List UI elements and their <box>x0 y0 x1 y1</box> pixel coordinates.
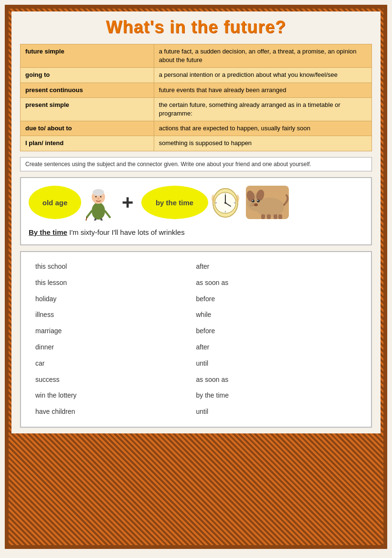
subject-item: marriage <box>35 323 196 339</box>
grammar-definition: something is supposed to happen <box>154 136 371 151</box>
dog-icon <box>246 186 289 219</box>
dog-figure <box>246 186 289 219</box>
svg-line-7 <box>105 211 110 217</box>
image-group-2: by the time <box>141 185 241 221</box>
connector-item: until <box>196 356 357 372</box>
outer-border: What's in the future? future simple a fu… <box>5 5 387 549</box>
svg-point-26 <box>252 200 253 201</box>
subject-item: have children <box>35 404 196 420</box>
image-group-1: old age <box>29 185 114 221</box>
grammar-term: I plan/ intend <box>21 136 154 151</box>
subject-item: car <box>35 356 196 372</box>
old-man-icon <box>83 185 114 221</box>
subject-item: this lesson <box>35 275 196 291</box>
oval-label-2: by the time <box>141 186 208 219</box>
grammar-row: future simple a future fact, a sudden de… <box>21 44 372 68</box>
svg-rect-33 <box>274 214 277 219</box>
svg-line-8 <box>93 219 95 221</box>
subject-item: holiday <box>35 291 196 307</box>
grammar-row: present simple the certain future, somet… <box>21 97 372 121</box>
connector-item: as soon as <box>196 372 357 388</box>
grammar-term: present continuous <box>21 83 154 97</box>
connector-item: after <box>196 259 357 275</box>
svg-line-9 <box>101 219 104 221</box>
grammar-definition: a future fact, a sudden decision, an off… <box>154 44 371 68</box>
grammar-definition: a personal intention or a prediction abo… <box>154 68 371 83</box>
example-sentence: By the time I'm sixty-four I'll have lot… <box>29 227 363 238</box>
connector-item: before <box>196 291 357 307</box>
subject-item: win the lottery <box>35 388 196 404</box>
svg-rect-32 <box>267 214 271 219</box>
svg-point-24 <box>252 200 254 202</box>
grammar-row: going to a personal intention or a predi… <box>21 68 372 83</box>
plus-sign: + <box>119 191 137 214</box>
connector-item: by the time <box>196 388 357 404</box>
svg-rect-31 <box>261 214 265 219</box>
svg-point-5 <box>97 198 99 199</box>
oval-label-1: old age <box>29 186 81 219</box>
svg-point-25 <box>257 200 260 202</box>
grammar-row: present continuous future events that ha… <box>21 83 372 97</box>
subject-item: illness <box>35 307 196 323</box>
svg-rect-34 <box>278 214 282 219</box>
svg-point-3 <box>95 196 97 197</box>
connector-item: while <box>196 307 357 323</box>
connector-item: before <box>196 323 357 339</box>
exercise-box: old age <box>20 177 372 246</box>
subject-item: success <box>35 372 196 388</box>
connectors-col: afteras soon asbeforewhilebeforeafterunt… <box>196 259 357 420</box>
subject-item: this school <box>35 259 196 275</box>
subject-item: dinner <box>35 339 196 356</box>
grammar-definition: future events that have already been arr… <box>154 83 371 97</box>
svg-point-4 <box>100 196 102 197</box>
connector-item: as soon as <box>196 275 357 291</box>
grammar-term: future simple <box>21 44 154 68</box>
vocab-box: this schoolthis lessonholidayillnessmarr… <box>20 251 372 428</box>
grammar-term: present simple <box>21 97 154 121</box>
grammar-term: due to/ about to <box>21 121 154 136</box>
inner-content: What's in the future? future simple a fu… <box>11 11 381 433</box>
grammar-definition: the certain future, something already ar… <box>154 97 371 121</box>
svg-point-15 <box>224 202 226 204</box>
svg-point-27 <box>257 200 258 201</box>
grammar-table: future simple a future fact, a sudden de… <box>20 44 372 151</box>
connector-item: after <box>196 339 357 356</box>
grammar-row: I plan/ intend something is supposed to … <box>21 136 372 151</box>
subjects-col: this schoolthis lessonholidayillnessmarr… <box>35 259 196 420</box>
clock-icon <box>210 185 241 221</box>
svg-line-6 <box>87 211 92 217</box>
connector-highlight: By the time <box>29 228 67 236</box>
grammar-definition: actions that are expected to happen, usu… <box>154 121 371 136</box>
vocab-columns: this schoolthis lessonholidayillnessmarr… <box>35 259 357 420</box>
grammar-row: due to/ about to actions that are expect… <box>21 121 372 136</box>
instruction-box: Create sentences using the subject and t… <box>20 157 372 171</box>
svg-point-2 <box>93 189 104 196</box>
svg-point-0 <box>92 202 105 220</box>
connector-item: until <box>196 404 357 420</box>
grammar-term: going to <box>21 68 154 83</box>
example-text: I'm sixty-four I'll have lots of wrinkle… <box>69 228 185 236</box>
page-title: What's in the future? <box>20 17 372 37</box>
exercise-top: old age <box>29 185 363 221</box>
